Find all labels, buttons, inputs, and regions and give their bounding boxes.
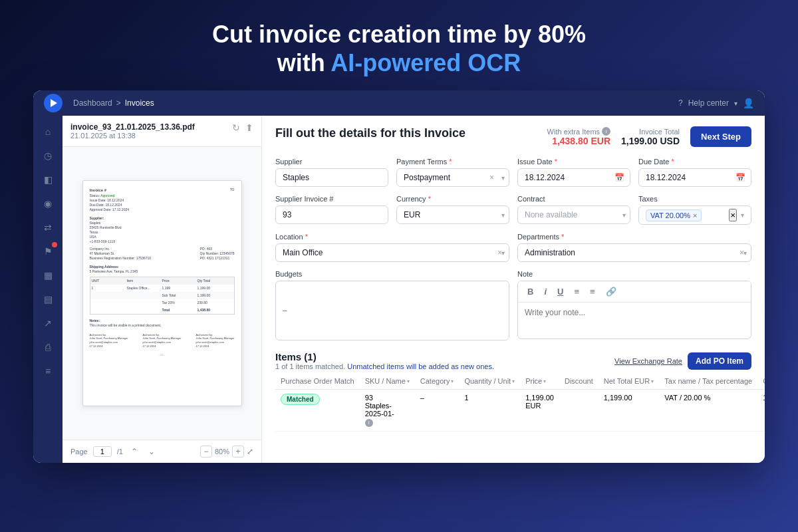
- supplier-group: Supplier: [275, 158, 388, 187]
- sidebar-item-home[interactable]: ⌂: [37, 121, 59, 142]
- sidebar-item-clock[interactable]: ◷: [37, 145, 59, 166]
- view-exchange-rate-button[interactable]: View Exchange Rate: [614, 357, 682, 365]
- italic-button[interactable]: i: [541, 285, 549, 298]
- contract-select[interactable]: None available ▾: [517, 205, 630, 224]
- sidebar-item-settings[interactable]: ≡: [37, 360, 59, 382]
- expand-button[interactable]: ⤢: [247, 447, 253, 456]
- page-next-button[interactable]: ⌄: [146, 446, 158, 458]
- table-row: Matched 93 Staples-2025-01- i – 1 1,199.…: [275, 390, 765, 432]
- col-quantity-unit: Quantity / Unit: [459, 373, 520, 390]
- cell-net-total: 1,199.00: [598, 390, 660, 432]
- departments-select[interactable]: Administration × ▾: [517, 243, 751, 262]
- form-header: Fill out the details for this Invoice Wi…: [275, 126, 751, 147]
- due-date-group: Due Date * 18.12.2024 📅: [638, 158, 751, 187]
- hero-section: Cut invoice creation time by 80% with AI…: [199, 0, 599, 90]
- underline-button[interactable]: U: [555, 285, 566, 298]
- ordered-list-button[interactable]: ≡: [571, 285, 582, 298]
- zoom-in-button[interactable]: +: [232, 446, 244, 458]
- cell-match-status: Matched: [275, 390, 360, 432]
- pdf-zoom-controls: − 80% + ⤢: [200, 446, 253, 458]
- extra-items-label: With extra Items i: [547, 127, 610, 136]
- chevron-down-icon: ▾: [501, 249, 505, 257]
- hero-headline: Cut invoice creation time by 80% with AI…: [212, 20, 586, 77]
- chevron-down-icon: ▾: [622, 211, 626, 219]
- contract-label: Contract: [517, 195, 630, 203]
- issue-date-group: Issue Date * 18.12.2024 📅: [517, 158, 630, 187]
- page-prev-button[interactable]: ⌃: [128, 446, 140, 458]
- tag-remove-btn[interactable]: ×: [693, 211, 697, 219]
- note-textarea[interactable]: [518, 303, 751, 336]
- items-header-actions: View Exchange Rate Add PO Item: [614, 352, 751, 370]
- calendar-icon-due: 📅: [735, 173, 745, 182]
- currency-label: Currency *: [396, 195, 509, 203]
- items-table-header: Purchase Order Match SKU / Name Category…: [275, 373, 765, 390]
- pdf-footer: Page 1 /1 ⌃ ⌄ − 80% + ⤢: [63, 440, 261, 463]
- sidebar-item-print[interactable]: ⎙: [37, 336, 59, 358]
- chevron-down-icon: ▾: [501, 211, 505, 219]
- col-discount: Discount: [559, 373, 598, 390]
- sidebar-item-analytics[interactable]: ↗: [37, 313, 59, 334]
- page-total: /1: [117, 448, 123, 456]
- unordered-list-button[interactable]: ≡: [587, 285, 598, 298]
- sidebar-item-table[interactable]: ▤: [37, 289, 59, 310]
- page-number-input[interactable]: 1: [93, 446, 112, 457]
- sidebar-item-flag[interactable]: ⚑: [37, 241, 59, 262]
- page-label: Page: [70, 448, 88, 456]
- zoom-out-button[interactable]: −: [200, 446, 212, 458]
- sidebar-item-users[interactable]: ◉: [37, 193, 59, 214]
- supplier-invoice-input[interactable]: [275, 205, 388, 224]
- sidebar-item-building[interactable]: ▦: [37, 265, 59, 286]
- extra-items: With extra Items i 1,438.80 EUR: [547, 127, 610, 146]
- invoice-total-value: 1,199.00 USD: [621, 136, 680, 146]
- pdf-header: invoice_93_21.01.2025_13.36.pdf 21.01.20…: [63, 116, 261, 147]
- budgets-group: Budgets: [275, 270, 509, 340]
- cell-tax: VAT / 20.00 %: [659, 390, 757, 432]
- taxes-clear[interactable]: ×: [729, 209, 737, 221]
- chevron-down-icon: ▾: [743, 249, 747, 257]
- items-subtitle: 1 of 1 items matched. Unmatched items wi…: [275, 362, 494, 370]
- payment-terms-clear[interactable]: ×: [489, 173, 494, 182]
- cell-gross-total: 1,438.80: [757, 390, 765, 432]
- budgets-input[interactable]: [275, 281, 509, 340]
- link-button[interactable]: 🔗: [603, 285, 619, 298]
- supplier-input[interactable]: [275, 168, 388, 187]
- invoice-total: Invoice Total 1,199.00 USD: [621, 128, 680, 146]
- breadcrumb-home[interactable]: Dashboard: [73, 98, 112, 108]
- payment-terms-select[interactable]: Postpayment × ▾: [396, 168, 509, 187]
- form-row-3: Location * Main Office × ▾ Departments *: [275, 233, 751, 262]
- cell-quantity: 1: [459, 390, 520, 432]
- form-panel: Fill out the details for this Invoice Wi…: [262, 116, 765, 463]
- col-price: Price: [520, 373, 559, 390]
- issue-date-input[interactable]: 18.12.2024 📅: [517, 168, 630, 187]
- zoom-level: 80%: [215, 448, 229, 456]
- taxes-label: Taxes: [638, 195, 751, 203]
- user-icon[interactable]: 👤: [743, 98, 754, 108]
- sidebar-item-exchange[interactable]: ⇄: [37, 217, 59, 238]
- location-group: Location * Main Office × ▾: [275, 233, 509, 262]
- sidebar-item-documents[interactable]: ◧: [37, 169, 59, 190]
- pdf-refresh-icon[interactable]: ↻: [232, 122, 240, 133]
- invoice-total-label: Invoice Total: [621, 128, 680, 136]
- next-step-button[interactable]: Next Step: [690, 126, 751, 147]
- breadcrumb-separator: >: [116, 98, 121, 108]
- taxes-input[interactable]: VAT 20.00% × × ▾: [638, 205, 751, 225]
- contract-group: Contract None available ▾: [517, 195, 630, 225]
- bold-button[interactable]: B: [525, 285, 536, 298]
- location-select[interactable]: Main Office × ▾: [275, 243, 509, 262]
- currency-select[interactable]: EUR ▾: [396, 205, 509, 224]
- col-sku-name: SKU / Name: [360, 373, 415, 390]
- items-title: Items (1): [275, 351, 494, 362]
- due-date-input[interactable]: 18.12.2024 📅: [638, 168, 751, 187]
- app-container: Dashboard > Invoices ? Help center ▾ 👤 ⌂…: [33, 90, 765, 463]
- cell-category: –: [415, 390, 460, 432]
- departments-label: Departments *: [517, 233, 751, 241]
- app-logo: [44, 94, 63, 112]
- notification-badge: [52, 242, 57, 247]
- add-po-item-button[interactable]: Add PO Item: [688, 352, 751, 370]
- pdf-download-icon[interactable]: ⬆: [245, 122, 253, 133]
- supplier-label: Supplier: [275, 158, 388, 166]
- form-row-2: Supplier Invoice # Currency * EUR ▾ Cont…: [275, 195, 751, 225]
- col-net-total: Net Total EUR: [598, 373, 660, 390]
- pdf-date: 21.01.2025 at 13:38: [70, 132, 195, 140]
- help-label[interactable]: Help center: [688, 98, 729, 108]
